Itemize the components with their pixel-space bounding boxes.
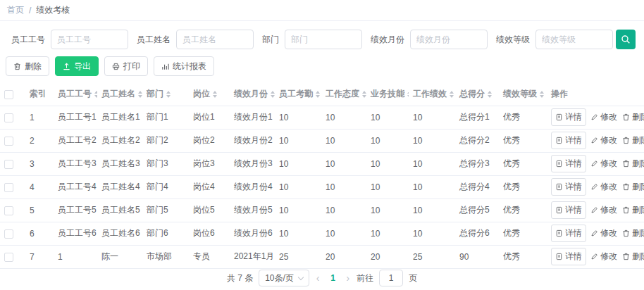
table-cell: 4 <box>25 175 54 198</box>
row-delete-button[interactable]: 删除 <box>621 156 644 172</box>
breadcrumb-separator: / <box>29 6 31 15</box>
column-header[interactable]: 岗位 <box>189 83 230 106</box>
delete-button[interactable]: 删除 <box>6 56 49 76</box>
row-checkbox[interactable] <box>4 206 13 215</box>
level-input[interactable] <box>535 30 613 49</box>
table-cell: 1 <box>54 245 97 268</box>
sort-caret-icon[interactable] <box>166 91 171 98</box>
column-header-label: 索引 <box>30 88 47 100</box>
detail-button[interactable]: 详情 <box>551 248 586 265</box>
table-cell: 优秀 <box>499 129 547 152</box>
month-input[interactable] <box>410 30 488 49</box>
detail-button[interactable]: 详情 <box>551 201 586 219</box>
table-cell: 总得分4 <box>455 175 499 198</box>
table-cell: 10 <box>321 222 366 245</box>
edit-button[interactable]: 修改 <box>590 179 618 195</box>
edit-button[interactable]: 修改 <box>590 248 618 265</box>
table-cell: 20 <box>366 245 409 268</box>
column-header[interactable]: 绩效月份 <box>230 83 275 106</box>
row-delete-button[interactable]: 删除 <box>621 179 644 195</box>
row-delete-button[interactable]: 删除 <box>621 225 644 241</box>
sort-caret-icon[interactable] <box>488 91 492 98</box>
table-cell: 员工工号6 <box>54 222 97 245</box>
row-checkbox[interactable] <box>4 183 13 192</box>
detail-button[interactable]: 详情 <box>551 155 586 172</box>
page-size-select[interactable]: 10条/页 <box>259 270 309 286</box>
row-delete-button[interactable]: 删除 <box>621 248 644 265</box>
row-delete-button[interactable]: 删除 <box>621 202 644 218</box>
sort-caret-icon[interactable] <box>94 91 97 98</box>
document-icon <box>555 183 563 191</box>
edit-button[interactable]: 修改 <box>590 202 618 218</box>
column-header[interactable]: 员工姓名 <box>97 83 142 106</box>
employee-id-input[interactable] <box>51 30 128 49</box>
table-cell: 岗位4 <box>189 175 230 198</box>
sort-caret-icon[interactable] <box>271 91 275 98</box>
edit-button[interactable]: 修改 <box>590 225 618 241</box>
document-icon <box>555 229 563 237</box>
sort-caret-icon[interactable] <box>362 91 366 98</box>
column-header[interactable]: 总得分 <box>455 83 499 106</box>
breadcrumb-home[interactable]: 首页 <box>7 4 24 16</box>
table-cell: 6 <box>25 222 54 245</box>
table-cell: 绩效月份1 <box>230 106 275 129</box>
table-cell: 岗位2 <box>189 129 230 152</box>
detail-button[interactable]: 详情 <box>551 108 586 126</box>
column-header[interactable]: 工作绩效 <box>409 83 455 106</box>
export-button[interactable]: 导出 <box>55 56 99 76</box>
trash-icon <box>622 206 630 214</box>
table-cell: 10 <box>409 222 455 245</box>
edit-button[interactable]: 修改 <box>590 109 618 125</box>
column-header[interactable]: 员工考勤 <box>275 83 321 106</box>
column-header[interactable]: 部门 <box>142 83 189 106</box>
table-cell: 岗位5 <box>189 198 230 222</box>
sort-caret-icon[interactable] <box>450 91 454 98</box>
row-checkbox[interactable] <box>4 160 13 169</box>
row-checkbox[interactable] <box>4 137 13 146</box>
detail-button[interactable]: 详情 <box>551 178 586 196</box>
sort-caret-icon[interactable] <box>540 91 544 98</box>
report-button[interactable]: 统计报表 <box>154 56 214 76</box>
table-cell: 10 <box>275 175 321 198</box>
edit-button[interactable]: 修改 <box>590 156 618 172</box>
pagination: 共 7 条 10条/页 ‹ 1 › 前往 页 <box>0 270 644 286</box>
row-delete-button[interactable]: 删除 <box>621 109 644 125</box>
sort-caret-icon[interactable] <box>316 91 320 98</box>
checkbox-cell <box>0 198 25 222</box>
document-icon <box>555 160 563 168</box>
level-label: 绩效等级 <box>496 34 530 46</box>
table-cell: 10 <box>409 175 455 198</box>
column-header[interactable]: 工作态度 <box>321 83 366 106</box>
row-checkbox[interactable] <box>4 253 13 262</box>
department-input[interactable] <box>285 30 362 49</box>
filter-month: 绩效月份 <box>365 30 488 49</box>
table-cell: 部门5 <box>142 198 189 222</box>
table-cell: 优秀 <box>499 245 547 268</box>
row-delete-button[interactable]: 删除 <box>621 132 644 149</box>
next-page-button[interactable]: › <box>345 273 352 283</box>
edit-button[interactable]: 修改 <box>590 132 618 149</box>
row-checkbox[interactable] <box>4 229 13 239</box>
pencil-icon <box>590 113 598 121</box>
row-checkbox[interactable] <box>4 113 13 122</box>
page-number-1[interactable]: 1 <box>327 273 340 283</box>
column-header[interactable]: 业务技能 <box>366 83 409 106</box>
table-cell: 25 <box>409 245 455 268</box>
employee-name-input[interactable] <box>176 30 254 49</box>
column-header[interactable]: 绩效等级 <box>499 83 547 106</box>
table-cell: 10 <box>409 198 455 222</box>
table-cell: 10 <box>321 106 366 129</box>
detail-button[interactable]: 详情 <box>551 132 586 149</box>
prev-page-button[interactable]: ‹ <box>315 273 321 283</box>
goto-page-input[interactable] <box>379 270 403 286</box>
print-button[interactable]: 打印 <box>104 56 148 76</box>
sort-caret-icon[interactable] <box>213 91 217 98</box>
select-all-checkbox[interactable] <box>4 90 13 99</box>
column-header[interactable]: 员工工号 <box>54 83 97 106</box>
chevron-down-icon <box>298 274 304 279</box>
print-button-label: 打印 <box>123 61 140 72</box>
detail-button[interactable]: 详情 <box>551 225 586 242</box>
sort-caret-icon[interactable] <box>407 91 409 98</box>
search-button[interactable] <box>616 30 636 49</box>
sort-caret-icon[interactable] <box>138 91 142 98</box>
